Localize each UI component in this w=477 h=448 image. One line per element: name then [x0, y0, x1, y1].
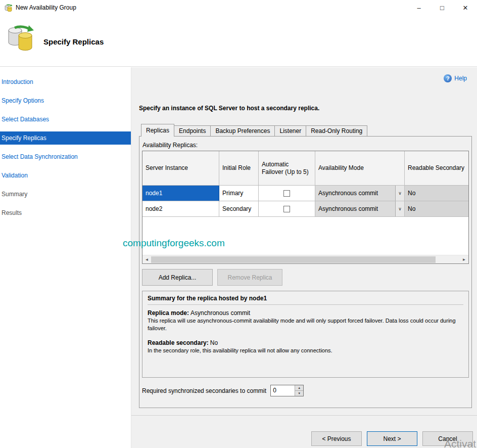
- window-title: New Availability Group: [16, 4, 407, 11]
- main-pane: ? Help Specify an instance of SQL Server…: [131, 67, 477, 448]
- readable-secondary-summary: Readable secondary:No In the secondary r…: [148, 339, 463, 354]
- help-label: Help: [454, 75, 467, 82]
- cell-server-instance-node2[interactable]: node2: [142, 201, 219, 217]
- grid-header-row: Server Instance Initial Role Automatic F…: [142, 151, 469, 186]
- minimize-button[interactable]: –: [407, 0, 431, 15]
- tab-replicas[interactable]: Replicas: [141, 124, 174, 137]
- replica-buttons-row: Add Replica... Remove Replica: [142, 269, 469, 286]
- replica-tabs: Replicas Endpoints Backup Preferences Li…: [141, 124, 367, 137]
- summary-title: Summary for the replica hosted by node1: [148, 295, 463, 305]
- close-button[interactable]: ✕: [454, 0, 477, 15]
- cell-automatic-failover-node1: [259, 186, 315, 201]
- commit-row: Required synchronized secondaries to com…: [142, 385, 469, 396]
- replica-mode-description: This replica will use asynchronous-commi…: [148, 317, 463, 333]
- column-header-availability-mode: Availability Mode: [315, 151, 405, 186]
- page-title: Specify Replicas: [43, 37, 104, 46]
- chevron-down-icon[interactable]: ∨: [395, 186, 404, 201]
- secondaries-to-commit-spinner[interactable]: 0 ▲ ▼: [270, 385, 304, 396]
- replica-mode-label: Replica mode:: [148, 309, 189, 317]
- help-link[interactable]: ? Help: [444, 74, 467, 82]
- availability-mode-dropdown-node2[interactable]: Asynchronous commit ∨: [315, 201, 405, 217]
- sidebar-item-results: Results: [0, 206, 131, 219]
- scroll-right-icon[interactable]: ►: [460, 255, 468, 264]
- replica-mode-summary: Replica mode:Asynchronous commit This re…: [148, 309, 463, 333]
- readable-secondary-value: No: [210, 339, 218, 346]
- title-bar: New Availability Group – □ ✕: [0, 0, 477, 15]
- horizontal-scrollbar[interactable]: ◄ ►: [142, 255, 468, 263]
- site-watermark: computingforgeeks.com: [123, 238, 225, 249]
- cell-server-instance-node1[interactable]: node1: [142, 186, 219, 201]
- wizard-header: Specify Replicas: [0, 15, 477, 67]
- automatic-failover-checkbox-node2[interactable]: [283, 206, 290, 212]
- table-row-node2: node2 Secondary Asynchronous commit ∨ No: [142, 201, 469, 217]
- availability-mode-value-node2: Asynchronous commit: [315, 205, 395, 212]
- content: Introduction Specify Options Select Data…: [0, 67, 477, 448]
- windows-activation-watermark: Activat: [444, 438, 476, 448]
- app-icon: [4, 4, 13, 12]
- availability-mode-value-node1: Asynchronous commit: [315, 190, 395, 197]
- table-row-node1: node1 Primary Asynchronous commit ∨ No: [142, 186, 469, 201]
- replica-mode-value: Asynchronous commit: [190, 309, 250, 317]
- sidebar-item-validation[interactable]: Validation: [0, 169, 131, 182]
- readable-secondary-description: In the secondary role, this availability…: [148, 347, 463, 354]
- instruction-text: Specify an instance of SQL Server to hos…: [139, 105, 319, 112]
- cell-initial-role-node2[interactable]: Secondary: [219, 201, 259, 217]
- tab-read-only-routing[interactable]: Read-Only Routing: [306, 125, 367, 137]
- spinner-up-icon[interactable]: ▲: [295, 385, 303, 391]
- chevron-down-icon[interactable]: ∨: [395, 201, 404, 216]
- availability-mode-dropdown-node1[interactable]: Asynchronous commit ∨: [315, 186, 405, 201]
- cell-automatic-failover-node2: [259, 201, 315, 217]
- tab-backup-preferences[interactable]: Backup Preferences: [211, 125, 275, 137]
- replicas-tab-panel: Availability Replicas: Server Instance I…: [139, 136, 472, 408]
- scrollbar-thumb[interactable]: [151, 256, 436, 263]
- column-header-server-instance: Server Instance: [142, 151, 219, 186]
- availability-group-icon: [7, 23, 35, 54]
- column-header-initial-role: Initial Role: [219, 151, 259, 186]
- next-button[interactable]: Next >: [367, 431, 417, 446]
- sidebar-item-specify-options[interactable]: Specify Options: [0, 94, 131, 107]
- cell-initial-role-node1[interactable]: Primary: [219, 186, 259, 201]
- sidebar-item-summary: Summary: [0, 188, 131, 201]
- readable-secondary-label: Readable secondary:: [148, 339, 209, 346]
- previous-button[interactable]: < Previous: [311, 431, 362, 446]
- spinner-value[interactable]: 0: [271, 385, 295, 396]
- column-header-readable-secondary: Readable Secondary: [405, 151, 469, 186]
- tab-endpoints[interactable]: Endpoints: [174, 125, 211, 137]
- wizard-steps-sidebar: Introduction Specify Options Select Data…: [0, 67, 131, 448]
- spinner-buttons: ▲ ▼: [295, 385, 303, 396]
- availability-replicas-label: Availability Replicas:: [142, 142, 469, 149]
- sidebar-item-select-databases[interactable]: Select Databases: [0, 113, 131, 126]
- footer-divider: [131, 415, 477, 416]
- tab-listener[interactable]: Listener: [275, 125, 306, 137]
- scroll-left-icon[interactable]: ◄: [142, 255, 151, 264]
- automatic-failover-checkbox-node1[interactable]: [283, 190, 290, 197]
- add-replica-button[interactable]: Add Replica...: [142, 269, 213, 286]
- column-header-automatic-failover: Automatic Failover (Up to 5): [259, 151, 315, 186]
- readable-secondary-dropdown-node2[interactable]: No: [405, 201, 469, 217]
- sidebar-item-specify-replicas[interactable]: Specify Replicas: [0, 131, 131, 145]
- remove-replica-button: Remove Replica: [217, 269, 282, 286]
- maximize-button[interactable]: □: [431, 0, 454, 15]
- readable-secondary-dropdown-node1[interactable]: No: [405, 186, 469, 201]
- sidebar-item-select-data-synchronization[interactable]: Select Data Synchronization: [0, 150, 131, 163]
- commit-label: Required synchronized secondaries to com…: [142, 387, 266, 394]
- sidebar-item-introduction[interactable]: Introduction: [0, 75, 131, 88]
- spinner-down-icon[interactable]: ▼: [295, 391, 303, 396]
- replica-summary-box: Summary for the replica hosted by node1 …: [142, 291, 469, 378]
- help-icon: ?: [444, 74, 452, 82]
